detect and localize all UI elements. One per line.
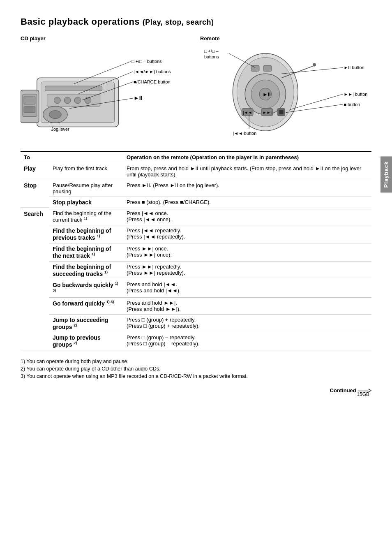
svg-rect-36 xyxy=(263,65,272,71)
action-desc: Find the beginning of the next track 1) xyxy=(49,243,123,261)
svg-text:■/CHARGE button: ■/CHARGE button xyxy=(134,79,171,84)
svg-text:►II button: ►II button xyxy=(344,65,364,70)
action-op: Press □ (group) – repeatedly.(Press □ (g… xyxy=(123,332,371,350)
table-row: Jump to previous groups 2) Press □ (grou… xyxy=(21,332,371,350)
action-desc: Jump to succeeding groups 2) xyxy=(49,314,123,332)
svg-text:►II: ►II xyxy=(263,91,271,97)
footnote-3: 3) You cannot operate when using an MP3 … xyxy=(21,373,371,379)
table-row: Play Play from the first track From stop… xyxy=(21,163,371,180)
continued-label: Continued ——> xyxy=(21,387,371,394)
action-label: Search xyxy=(21,208,49,350)
svg-point-4 xyxy=(54,97,60,104)
svg-text:buttons: buttons xyxy=(204,54,219,59)
side-tab: Playback xyxy=(380,156,392,192)
action-label: Stop xyxy=(21,180,49,208)
svg-rect-35 xyxy=(251,65,259,71)
svg-text:□ +/□ –: □ +/□ – xyxy=(204,49,219,53)
footnote-1: 1) You can operate during both play and … xyxy=(21,359,371,364)
action-desc: Find the beginning of previous tracks 1) xyxy=(49,225,123,243)
table-row: Jump to succeeding groups 2) Press □ (gr… xyxy=(21,314,371,332)
remote-diagram: Remote ►II |◄◄ ►►| xyxy=(200,35,371,141)
svg-point-9 xyxy=(49,111,62,119)
remote-svg: ►II |◄◄ ►►| □ +/□ – xyxy=(200,45,371,139)
svg-text:|◄◄: |◄◄ xyxy=(243,110,252,115)
footnotes: 1) You can operate during both play and … xyxy=(21,359,371,379)
svg-rect-34 xyxy=(279,110,284,114)
action-desc: Find the beginning of succeeding tracks … xyxy=(49,261,123,279)
svg-text:►►| button: ►►| button xyxy=(344,92,367,97)
svg-point-5 xyxy=(64,97,71,104)
svg-rect-12 xyxy=(24,96,35,104)
table-row: Stop Pause/Resume play after pausing Pre… xyxy=(21,180,371,197)
table-row: Find the beginning of succeeding tracks … xyxy=(21,261,371,279)
action-op: Press and hold |◄◄.(Press and hold |◄◄). xyxy=(123,279,371,297)
svg-rect-2 xyxy=(45,86,102,91)
page-title: Basic playback operations (Play, stop, s… xyxy=(21,16,371,27)
action-desc: Jump to previous groups 2) xyxy=(49,332,123,350)
svg-rect-13 xyxy=(24,107,35,113)
action-desc: Pause/Resume play after pausing xyxy=(49,180,123,197)
action-desc: Find the beginning of the current track … xyxy=(49,208,123,225)
col2-header xyxy=(49,151,123,163)
action-op: Press |◄◄ repeatedly.(Press |◄◄ repeated… xyxy=(123,225,371,243)
action-desc: Play from the first track xyxy=(49,163,123,180)
action-desc: Stop playback xyxy=(49,197,123,208)
action-op: Press ■ (stop). (Press ■/CHARGE). xyxy=(123,197,371,208)
footnote-2: 2) You can operate during play of a CD o… xyxy=(21,366,371,372)
svg-text:►►|: ►►| xyxy=(263,110,272,115)
action-desc: Go forward quickly 1) 3) xyxy=(49,297,123,314)
action-op: Press ►►| once.(Press ►►| once). xyxy=(123,243,371,261)
operations-table: To Operation on the remote (Operation on… xyxy=(21,151,371,350)
table-row: Find the beginning of the next track 1) … xyxy=(21,243,371,261)
svg-text:□ +/□ – buttons: □ +/□ – buttons xyxy=(131,59,162,64)
svg-text:►II: ►II xyxy=(134,95,142,101)
action-op: Press and hold ►►|.(Press and hold ►►|). xyxy=(123,297,371,314)
page-suffix: GB xyxy=(362,391,369,397)
svg-text:■ button: ■ button xyxy=(344,102,360,107)
action-op: Press ►►| repeatedly.(Press ►►| repeated… xyxy=(123,261,371,279)
action-op: Press □ (group) + repeatedly.(Press □ (g… xyxy=(123,314,371,332)
table-row: Search Find the beginning of the current… xyxy=(21,208,371,225)
table-row: Find the beginning of previous tracks 1)… xyxy=(21,225,371,243)
svg-text:Jog lever: Jog lever xyxy=(51,127,69,132)
svg-text:|◄◄/►►| buttons: |◄◄/►►| buttons xyxy=(134,69,171,74)
diagram-section: CD player xyxy=(21,35,371,141)
page-number: 15GB xyxy=(357,390,369,398)
svg-point-6 xyxy=(74,97,81,104)
table-row: Stop playback Press ■ (stop). (Press ■/C… xyxy=(21,197,371,208)
action-op: From stop, press and hold ►II until play… xyxy=(123,163,371,180)
cd-player-svg: □ +/□ – buttons |◄◄/►►| buttons ■/CHARGE… xyxy=(21,45,192,139)
action-op: Press |◄◄ once.(Press |◄◄ once). xyxy=(123,208,371,225)
action-op: Press ►II. (Press ►II on the jog lever). xyxy=(123,180,371,197)
action-label: Play xyxy=(21,163,49,180)
svg-point-38 xyxy=(313,63,316,67)
col1-header: To xyxy=(21,151,49,163)
svg-text:|◄◄ button: |◄◄ button xyxy=(233,131,256,136)
cd-player-diagram: CD player xyxy=(21,35,192,141)
table-row: Go forward quickly 1) 3) Press and hold … xyxy=(21,297,371,314)
table-row: Go backwards quickly 1) 3) Press and hol… xyxy=(21,279,371,297)
action-desc: Go backwards quickly 1) 3) xyxy=(49,279,123,297)
col3-header: Operation on the remote (Operation on th… xyxy=(123,151,371,163)
